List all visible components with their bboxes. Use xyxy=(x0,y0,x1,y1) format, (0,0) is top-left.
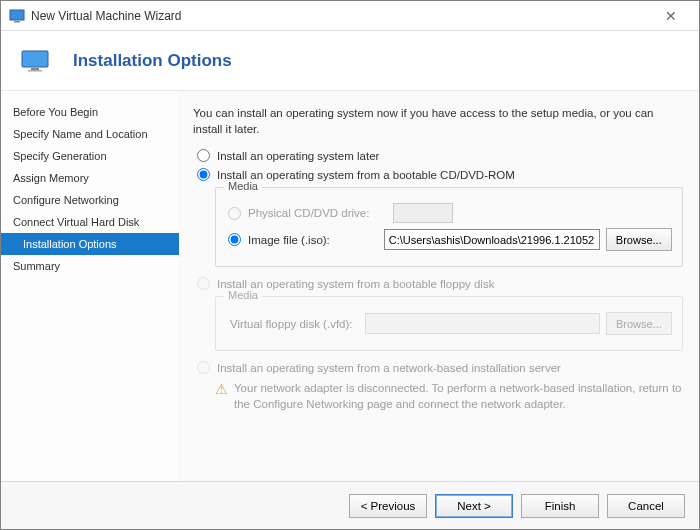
row-image-file[interactable]: Image file (.iso): Browse... xyxy=(226,228,672,251)
svg-rect-2 xyxy=(22,51,48,67)
option-install-cddvd[interactable]: Install an operating system from a boota… xyxy=(193,168,683,181)
radio-install-later[interactable] xyxy=(197,149,210,162)
warning-icon: ⚠ xyxy=(215,380,228,412)
close-icon[interactable]: ✕ xyxy=(651,8,691,24)
step-specify-name-location[interactable]: Specify Name and Location xyxy=(1,123,179,145)
radio-image-file[interactable] xyxy=(228,233,241,246)
wizard-footer: < Previous Next > Finish Cancel xyxy=(1,481,699,529)
network-warning-text: Your network adapter is disconnected. To… xyxy=(234,380,683,412)
step-connect-vhd[interactable]: Connect Virtual Hard Disk xyxy=(1,211,179,233)
svg-rect-3 xyxy=(31,68,39,70)
step-installation-options[interactable]: Installation Options xyxy=(1,233,179,255)
floppy-group-label: Media xyxy=(224,289,262,301)
iso-path-input[interactable] xyxy=(384,229,600,250)
label-floppy-disk: Virtual floppy disk (.vfd): xyxy=(230,318,365,330)
label-image-file: Image file (.iso): xyxy=(248,234,384,246)
finish-button[interactable]: Finish xyxy=(521,494,599,518)
wizard-body: Before You Begin Specify Name and Locati… xyxy=(1,91,699,481)
browse-floppy-button: Browse... xyxy=(606,312,672,335)
floppy-path-input xyxy=(365,313,599,334)
browse-iso-button[interactable]: Browse... xyxy=(606,228,672,251)
cancel-button[interactable]: Cancel xyxy=(607,494,685,518)
option-install-network: Install an operating system from a netwo… xyxy=(193,361,683,374)
media-group: Media Physical CD/DVD drive: Image file … xyxy=(215,187,683,267)
label-install-floppy: Install an operating system from a boota… xyxy=(217,278,494,290)
content-pane: You can install an operating system now … xyxy=(179,91,699,481)
app-icon xyxy=(9,8,25,24)
media-group-label: Media xyxy=(224,180,262,192)
wizard-header: Installation Options xyxy=(1,31,699,91)
label-install-cddvd: Install an operating system from a boota… xyxy=(217,169,515,181)
page-title: Installation Options xyxy=(73,51,232,71)
row-physical-drive: Physical CD/DVD drive: xyxy=(226,203,672,223)
row-floppy-disk: Virtual floppy disk (.vfd): Browse... xyxy=(226,312,672,335)
step-specify-generation[interactable]: Specify Generation xyxy=(1,145,179,167)
svg-rect-1 xyxy=(14,21,20,23)
titlebar: New Virtual Machine Wizard ✕ xyxy=(1,1,699,31)
label-install-later: Install an operating system later xyxy=(217,150,379,162)
radio-install-cddvd[interactable] xyxy=(197,168,210,181)
step-configure-networking[interactable]: Configure Networking xyxy=(1,189,179,211)
previous-button[interactable]: < Previous xyxy=(349,494,427,518)
floppy-group: Media Virtual floppy disk (.vfd): Browse… xyxy=(215,296,683,351)
monitor-icon xyxy=(21,50,49,72)
option-install-later[interactable]: Install an operating system later xyxy=(193,149,683,162)
svg-rect-4 xyxy=(28,70,42,72)
step-assign-memory[interactable]: Assign Memory xyxy=(1,167,179,189)
physical-drive-select xyxy=(393,203,453,223)
label-install-network: Install an operating system from a netwo… xyxy=(217,362,561,374)
network-warning: ⚠ Your network adapter is disconnected. … xyxy=(215,380,683,412)
radio-physical-drive xyxy=(228,207,241,220)
radio-install-network xyxy=(197,361,210,374)
radio-install-floppy xyxy=(197,277,210,290)
step-sidebar: Before You Begin Specify Name and Locati… xyxy=(1,91,179,481)
window-title: New Virtual Machine Wizard xyxy=(31,9,651,23)
wizard-window: New Virtual Machine Wizard ✕ Installatio… xyxy=(0,0,700,530)
svg-rect-0 xyxy=(10,10,24,20)
label-physical-drive: Physical CD/DVD drive: xyxy=(248,207,393,219)
step-summary[interactable]: Summary xyxy=(1,255,179,277)
option-install-floppy: Install an operating system from a boota… xyxy=(193,277,683,290)
intro-text: You can install an operating system now … xyxy=(193,105,683,137)
next-button[interactable]: Next > xyxy=(435,494,513,518)
step-before-you-begin[interactable]: Before You Begin xyxy=(1,101,179,123)
